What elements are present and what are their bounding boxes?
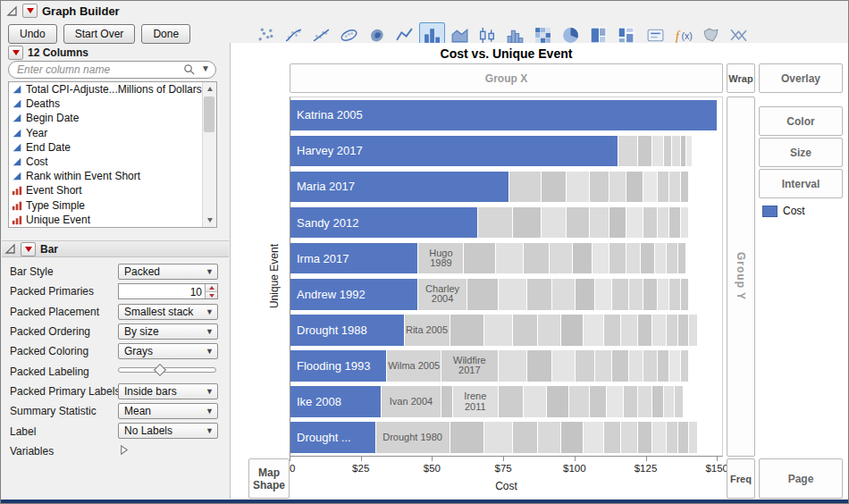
bar-segment[interactable]	[547, 386, 569, 417]
bar-segment[interactable]	[612, 279, 628, 310]
bar-segment[interactable]	[513, 315, 538, 346]
chevron-down-icon[interactable]: ▼	[201, 63, 210, 73]
bar-segment[interactable]	[513, 207, 541, 239]
bar-segment[interactable]	[550, 243, 572, 274]
bar-segment[interactable]	[638, 136, 651, 167]
bar-segment[interactable]	[652, 386, 663, 417]
column-item[interactable]: Deaths	[9, 97, 216, 111]
bar-segment[interactable]	[618, 136, 637, 167]
red-triangle-menu-icon[interactable]	[8, 46, 23, 60]
bar-segment[interactable]	[681, 172, 689, 203]
bar-segment[interactable]	[441, 386, 452, 417]
bar-segment[interactable]	[643, 172, 657, 203]
bar-segment[interactable]	[524, 386, 546, 417]
bar-primary[interactable]: Andrew 1992	[290, 279, 417, 310]
drop-zone-size[interactable]: Size	[759, 138, 843, 167]
bar-segment[interactable]	[626, 172, 643, 203]
bar-segment[interactable]	[664, 136, 672, 167]
bar-segment[interactable]: Drought 1980	[376, 422, 450, 453]
bar-segment[interactable]	[604, 422, 620, 453]
packed-placement-select[interactable]: Smallest stack▼	[118, 304, 218, 320]
bar-segment[interactable]	[655, 243, 666, 274]
variables-disclosure[interactable]	[118, 443, 130, 458]
bar-segment[interactable]	[624, 386, 637, 417]
bar-segment[interactable]	[667, 243, 677, 274]
bar-segment[interactable]	[658, 172, 668, 203]
bar-segment[interactable]	[667, 315, 677, 346]
bar-segment[interactable]	[576, 350, 594, 382]
bar-segment[interactable]	[629, 350, 643, 382]
bar-segment[interactable]	[567, 207, 589, 239]
bar-segment[interactable]	[689, 422, 697, 453]
bar-segment[interactable]	[643, 279, 657, 310]
bar-primary[interactable]: Harvey 2017	[290, 136, 618, 167]
drop-zone-color[interactable]: Color	[759, 106, 843, 136]
bar-segment[interactable]	[450, 422, 483, 453]
packed-primary-labels-select[interactable]: Inside bars▼	[118, 383, 218, 399]
column-item[interactable]: Unique Event	[9, 213, 216, 227]
drop-zone-freq[interactable]: Freq	[727, 458, 755, 499]
bar-primary[interactable]: Drought 1988	[290, 315, 404, 346]
scroll-down-button[interactable]	[203, 214, 216, 227]
bar-segment[interactable]	[638, 422, 651, 453]
bar-segment[interactable]: Rita 2005	[405, 315, 450, 346]
bar-segment[interactable]	[552, 279, 575, 310]
slider-thumb[interactable]	[154, 364, 166, 376]
plot-area[interactable]: Katrina 2005Harvey 2017Maria 2017Sandy 2…	[290, 97, 723, 457]
bar-segment[interactable]	[641, 243, 654, 274]
bar-segment[interactable]	[681, 207, 689, 239]
scrollbar-thumb[interactable]	[204, 97, 214, 132]
bar-segment[interactable]	[590, 207, 609, 239]
bar-segment[interactable]: Hugo 1989	[418, 243, 463, 274]
bar-segment[interactable]	[689, 315, 697, 346]
bar-segment[interactable]	[681, 136, 685, 167]
bar-segment[interactable]	[567, 172, 589, 203]
drop-zone-map-shape[interactable]: Map Shape	[248, 458, 290, 499]
bar-segment[interactable]	[593, 243, 609, 274]
column-item[interactable]: Total CPI-Adjuste...Millions of Dollars)	[9, 82, 216, 97]
bar-segment[interactable]	[612, 350, 628, 382]
packed-coloring-select[interactable]: Grays▼	[118, 343, 218, 359]
bar-primary[interactable]: Katrina 2005	[290, 100, 717, 131]
collapse-outline-icon[interactable]	[6, 5, 18, 17]
bar-segment[interactable]	[467, 279, 498, 310]
bar-segment[interactable]	[484, 422, 512, 453]
drop-zone-overlay[interactable]: Overlay	[759, 63, 843, 93]
column-item[interactable]: Year	[9, 126, 216, 140]
red-triangle-menu-icon[interactable]	[21, 242, 36, 256]
drop-zone-wrap[interactable]: Wrap	[727, 63, 755, 93]
bar-segment[interactable]	[513, 422, 538, 453]
bar-segment[interactable]: Wildfire 2017	[441, 350, 498, 382]
bar-segment[interactable]	[590, 172, 609, 203]
bar-segment[interactable]	[621, 422, 637, 453]
scroll-up-button[interactable]	[203, 82, 216, 96]
bar-segment[interactable]	[664, 386, 675, 417]
bar-segment[interactable]	[484, 315, 512, 346]
bar-segment[interactable]	[584, 422, 602, 453]
bar-segment[interactable]	[678, 315, 689, 346]
column-item[interactable]: Cost	[9, 155, 216, 169]
bar-segment[interactable]	[678, 422, 689, 453]
bar-primary[interactable]: Maria 2017	[290, 172, 509, 203]
bar-segment[interactable]: Wilma 2005	[387, 350, 441, 382]
bar-segment[interactable]	[652, 422, 666, 453]
bar-segment[interactable]	[527, 350, 552, 382]
bar-segment[interactable]	[672, 136, 680, 167]
bar-segment[interactable]	[621, 315, 637, 346]
bar-segment[interactable]	[609, 207, 626, 239]
drop-zone-interval[interactable]: Interval	[759, 169, 843, 198]
slider-track[interactable]	[118, 367, 216, 373]
bar-segment[interactable]	[681, 279, 689, 310]
bar-segment[interactable]	[590, 386, 606, 417]
drop-zone-group-x[interactable]: Group X	[290, 63, 723, 93]
bar-segment[interactable]	[478, 207, 511, 239]
bar-segment[interactable]	[464, 243, 494, 274]
bar-segment[interactable]	[609, 172, 626, 203]
spinner-up-button[interactable]	[206, 284, 217, 291]
packed-primaries-input[interactable]: 10	[118, 283, 218, 299]
bar-segment[interactable]	[609, 243, 626, 274]
bar-segment[interactable]	[542, 172, 567, 203]
bar-primary[interactable]: Sandy 2012	[290, 207, 477, 239]
bar-segment[interactable]	[569, 386, 588, 417]
bar-segment[interactable]	[538, 315, 560, 346]
